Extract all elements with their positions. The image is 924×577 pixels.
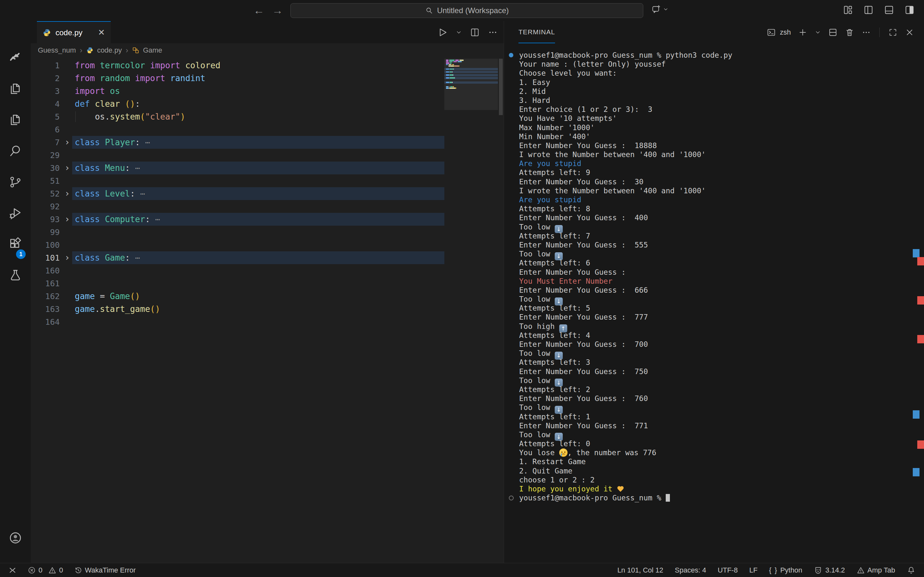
code-line[interactable]: 99 (31, 226, 444, 239)
run-python-file-icon[interactable] (437, 27, 448, 38)
code-line[interactable]: 30›class Menu:⋯ (31, 161, 444, 174)
fold-chevron-icon[interactable]: › (60, 213, 75, 226)
yellow-heart-emoji (617, 486, 624, 492)
code-editor[interactable]: 1from termcolor import colored2from rand… (31, 59, 444, 328)
token: def (75, 99, 90, 109)
line-number: 100 (31, 239, 60, 251)
code-line[interactable]: 4def clear (): (31, 97, 444, 110)
code-line[interactable]: 52›class Level:⋯ (31, 187, 444, 200)
terminal-more-icon[interactable] (861, 27, 871, 37)
breadcrumb-folder[interactable]: Guess_num (38, 46, 76, 55)
notifications-bell-icon[interactable] (907, 566, 916, 575)
amp-tab-status[interactable]: Amp Tab (857, 566, 895, 574)
folded-ellipsis[interactable]: ⋯ (155, 215, 159, 224)
back-icon[interactable]: ← (254, 3, 264, 17)
toggle-panel-icon[interactable] (884, 5, 895, 15)
toggle-secondary-sidebar-icon[interactable] (904, 5, 915, 15)
terminal-text: Attempts left: 4 (519, 331, 590, 340)
minimap-line (455, 87, 457, 89)
forward-icon[interactable]: → (272, 3, 283, 17)
minimap-line (446, 61, 449, 63)
editor-scrollbar[interactable] (499, 43, 503, 563)
code-line[interactable]: 3import os (31, 85, 444, 97)
code-line[interactable]: 1from termcolor import colored (31, 59, 444, 72)
breadcrumb-symbol[interactable]: Game (143, 46, 162, 55)
token: () (150, 304, 160, 314)
command-center-search[interactable]: Untitled (Workspace) (290, 3, 643, 18)
amp-icon[interactable] (8, 50, 23, 65)
run-debug-icon[interactable] (8, 206, 23, 221)
wakatime-status[interactable]: WakaTime Error (74, 566, 136, 574)
code-line[interactable]: 164 (31, 316, 444, 328)
fold-chevron-icon[interactable]: › (60, 136, 75, 149)
problems-status[interactable]: 0 0 (27, 566, 63, 574)
folded-ellipsis[interactable]: ⋯ (145, 138, 149, 147)
code-line[interactable]: 162game = Game() (31, 290, 444, 303)
folded-ellipsis[interactable]: ⋯ (140, 189, 144, 198)
encoding[interactable]: UTF-8 (718, 566, 738, 574)
prompt-marker (509, 496, 514, 500)
code-line[interactable]: 101›class Game:⋯ (31, 251, 444, 264)
folded-ellipsis[interactable]: ⋯ (135, 164, 139, 173)
python-env-mask-icon (814, 566, 822, 575)
remote-indicator-icon[interactable] (8, 566, 17, 574)
toggle-primary-sidebar-icon[interactable] (863, 5, 874, 15)
folded-ellipsis[interactable]: ⋯ (135, 253, 139, 263)
tab-close-icon[interactable]: ✕ (98, 27, 105, 37)
code-line[interactable]: 29 (31, 149, 444, 161)
source-control-icon[interactable] (8, 175, 23, 189)
tab-code-py[interactable]: code.py ✕ (37, 21, 111, 43)
error-count: 0 (39, 566, 42, 574)
copilot-chat-button[interactable] (651, 5, 669, 14)
terminal-output[interactable]: youssef1@macbook-pro Guess_num % python3… (504, 51, 924, 502)
more-actions-icon[interactable] (488, 27, 498, 37)
python-interpreter[interactable]: 3.14.2 (814, 566, 845, 575)
code-line[interactable]: 163game.start_game() (31, 303, 444, 316)
terminal-text: Enter Number You Guess : 771 (519, 422, 648, 430)
code-line[interactable]: 7›class Player:⋯ (31, 136, 444, 149)
code-line[interactable]: 92 (31, 200, 444, 213)
line-number: 51 (31, 175, 60, 187)
code-line[interactable]: 100 (31, 239, 444, 251)
kill-terminal-icon[interactable] (845, 27, 855, 37)
language-mode[interactable]: { } Python (769, 566, 802, 574)
cursor-position[interactable]: Ln 101, Col 12 (617, 566, 663, 574)
minimap[interactable] (444, 43, 498, 563)
fold-chevron-icon[interactable]: › (60, 187, 75, 200)
split-terminal-icon[interactable] (828, 27, 838, 37)
maximize-panel-icon[interactable] (888, 27, 898, 37)
line-number: 6 (31, 123, 60, 136)
line-number: 93 (31, 213, 60, 226)
scrollbar-thumb[interactable] (499, 59, 503, 115)
tab-terminal[interactable]: TERMINAL (519, 21, 555, 43)
token (105, 292, 110, 301)
fold-chevron-icon[interactable]: › (60, 161, 75, 174)
code-line[interactable]: 160 (31, 264, 444, 277)
code-line[interactable]: 6 (31, 123, 444, 136)
token (100, 137, 105, 147)
testing-icon[interactable] (8, 268, 23, 283)
explorer-icon[interactable] (8, 81, 23, 96)
new-terminal-icon[interactable] (798, 27, 808, 37)
terminal-line: Enter Number You Guess : 771 (504, 421, 924, 430)
indentation[interactable]: Spaces: 4 (675, 566, 706, 574)
search-icon[interactable] (8, 143, 23, 158)
crying-face-emoji (559, 448, 567, 457)
terminal-text: Too low (519, 349, 555, 358)
fold-chevron-icon[interactable]: › (60, 251, 75, 264)
code-text: import os (75, 86, 120, 96)
documents-icon[interactable] (8, 113, 23, 127)
code-line[interactable]: 51 (31, 174, 444, 187)
terminal-text: choose 1 or 2 : 2 (519, 476, 594, 484)
terminal-dropdown-chevron-icon[interactable] (814, 29, 821, 35)
code-line[interactable]: 2from random import randint (31, 72, 444, 85)
account-icon[interactable] (8, 530, 23, 545)
code-line[interactable]: 5 os.system("clear") (31, 110, 444, 123)
code-line[interactable]: 93›class Computer:⋯ (31, 213, 444, 226)
run-dropdown-chevron-icon[interactable] (456, 29, 462, 35)
eol-sequence[interactable]: LF (749, 566, 758, 574)
customize-layout-icon[interactable] (843, 5, 853, 15)
breadcrumb-file[interactable]: code.py (97, 46, 122, 55)
split-editor-icon[interactable] (470, 27, 480, 37)
code-line[interactable]: 161 (31, 277, 444, 290)
